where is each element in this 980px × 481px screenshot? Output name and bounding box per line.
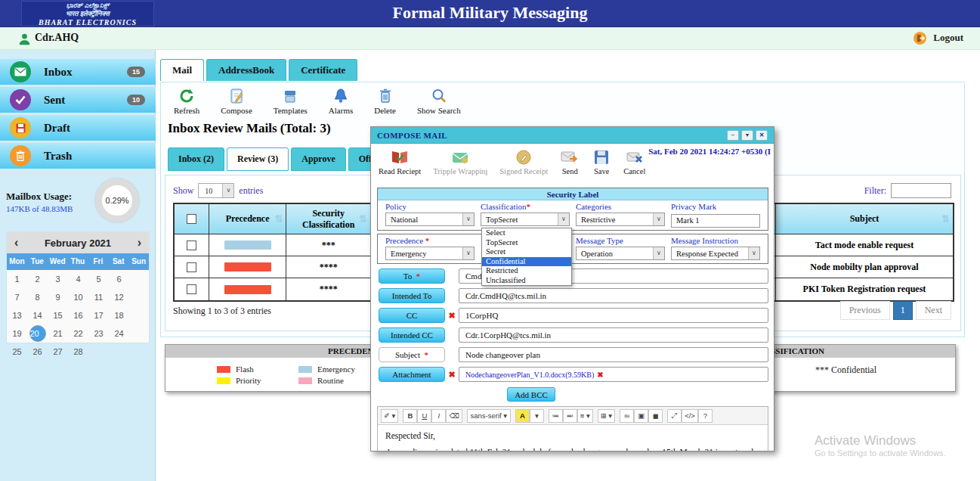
- intended-cc-input[interactable]: Cdr.1CorpHQ@tcs.mil.in: [459, 327, 768, 343]
- compose-button[interactable]: Compose: [221, 88, 252, 115]
- subject-cell[interactable]: PKI Token Registration request: [776, 278, 953, 300]
- intended-to-input[interactable]: Cdr.CmdHQ@tcs.mil.in: [459, 288, 768, 303]
- tab-addressbook[interactable]: AddressBook: [206, 59, 286, 81]
- font-color-icon[interactable]: A: [515, 409, 530, 423]
- cc-button[interactable]: CC: [379, 308, 445, 323]
- compose-mail-titlebar[interactable]: COMPOSE MAIL − ▾ ✕: [371, 127, 774, 144]
- close-icon[interactable]: ✕: [756, 130, 768, 141]
- sidebar-item-sent[interactable]: Sent 10: [0, 87, 156, 113]
- dropdown-option[interactable]: Select: [482, 228, 571, 238]
- dropdown-option[interactable]: Unclassified: [482, 276, 571, 286]
- sidebar-item-trash[interactable]: Trash: [0, 143, 156, 169]
- table-icon[interactable]: ⊞ ▾: [598, 409, 615, 423]
- remove-attachment-icon[interactable]: ✖: [445, 370, 459, 380]
- logout-button[interactable]: Logout: [913, 30, 963, 47]
- help-icon[interactable]: ?: [698, 409, 713, 423]
- precedence-select[interactable]: Emergency ∨: [385, 247, 475, 260]
- signed-receipt-button[interactable]: Signed Receipt: [499, 148, 548, 175]
- calendar-date[interactable]: 26: [27, 343, 48, 361]
- add-bcc-button[interactable]: Add BCC: [507, 387, 555, 402]
- current-page-button[interactable]: 1: [893, 301, 913, 320]
- calendar-date[interactable]: 2: [27, 270, 48, 288]
- calendar-date[interactable]: 6: [109, 270, 129, 288]
- font-family-select[interactable]: sans-serif ▾: [467, 409, 511, 423]
- message-instruction-select[interactable]: Response Expected ∨: [671, 247, 760, 260]
- subtab-approve[interactable]: Approve: [291, 147, 345, 171]
- code-view-icon[interactable]: </​>: [682, 409, 698, 423]
- calendar-date[interactable]: 12: [109, 288, 129, 306]
- col-security-classification[interactable]: Security Classification⇅: [286, 204, 371, 234]
- entries-per-page-select[interactable]: 10 ∨: [198, 183, 234, 198]
- color-dropdown-icon[interactable]: ▾: [530, 409, 544, 423]
- subtab-review[interactable]: Review (3): [227, 147, 289, 171]
- calendar-date[interactable]: 1: [7, 270, 27, 288]
- clear-format-icon[interactable]: ⌫: [446, 409, 462, 423]
- cc-input[interactable]: 1CorpHQ: [459, 308, 768, 323]
- calendar-date[interactable]: 3: [48, 270, 68, 288]
- dropdown-option[interactable]: TopSecret: [482, 238, 571, 248]
- filter-input[interactable]: [891, 183, 951, 198]
- row-checkbox[interactable]: [187, 284, 196, 294]
- previous-page-button[interactable]: Previous: [840, 301, 890, 320]
- fullscreen-icon[interactable]: ⤢: [667, 409, 682, 423]
- calendar-date[interactable]: 13: [7, 306, 27, 324]
- calendar-date[interactable]: 27: [48, 343, 68, 361]
- send-button[interactable]: Send: [560, 148, 580, 175]
- row-checkbox[interactable]: [187, 262, 196, 272]
- subject-input[interactable]: Node changeover plan: [459, 347, 768, 362]
- to-button[interactable]: To *: [379, 268, 445, 284]
- calendar-date[interactable]: 23: [88, 324, 109, 343]
- read-receipt-button[interactable]: Read Reciept: [379, 148, 421, 175]
- col-subject[interactable]: Subject⇅: [776, 204, 953, 234]
- classification-select[interactable]: TopSecret ∨: [481, 213, 570, 226]
- calendar-date[interactable]: 21: [48, 324, 68, 343]
- calendar-date[interactable]: 17: [88, 306, 109, 324]
- calendar-date[interactable]: 24: [109, 324, 129, 343]
- subtab-inbox[interactable]: Inbox (2): [168, 147, 224, 171]
- row-checkbox[interactable]: [187, 240, 196, 250]
- intended-cc-button[interactable]: Intended CC: [379, 327, 445, 343]
- attachment-field[interactable]: NodechangeoverPlan_V1.0.docx(9.59KB) ✖: [459, 367, 768, 382]
- restore-icon[interactable]: ▾: [741, 130, 753, 141]
- video-icon[interactable]: ◼: [648, 409, 663, 423]
- calendar-date[interactable]: 18: [109, 306, 129, 324]
- remove-file-icon[interactable]: ✖: [597, 371, 603, 379]
- calendar-date[interactable]: 15: [48, 306, 68, 324]
- remove-cc-icon[interactable]: ✖: [445, 311, 459, 321]
- unordered-list-icon[interactable]: ≔: [549, 409, 563, 423]
- message-type-select[interactable]: Operation ∨: [576, 247, 665, 260]
- delete-button[interactable]: Delete: [374, 88, 396, 115]
- italic-icon[interactable]: I: [431, 409, 446, 423]
- calendar-date[interactable]: 16: [68, 306, 88, 324]
- select-all-checkbox[interactable]: [187, 214, 196, 224]
- calendar-date[interactable]: 19: [7, 324, 27, 343]
- dropdown-option[interactable]: Restricted: [482, 266, 571, 276]
- show-search-button[interactable]: Show Search: [417, 88, 461, 115]
- categories-select[interactable]: Restrictive ∨: [576, 213, 665, 226]
- style-icon[interactable]: ✐ ▾: [381, 409, 398, 423]
- calendar-date[interactable]: 22: [68, 324, 88, 343]
- subject-cell[interactable]: Tact mode enable request: [776, 234, 953, 256]
- templates-button[interactable]: Templates: [274, 88, 308, 115]
- tab-mail[interactable]: Mail: [160, 59, 204, 81]
- calendar-date[interactable]: 11: [88, 288, 109, 306]
- attachment-button[interactable]: Attachment: [379, 367, 445, 382]
- calendar-date[interactable]: 14: [27, 306, 48, 324]
- tripple-wrapping-button[interactable]: Tripple Wrapping: [433, 148, 487, 175]
- image-icon[interactable]: ▣: [634, 409, 648, 423]
- refresh-button[interactable]: Refresh: [174, 88, 199, 115]
- calendar-date[interactable]: 8: [27, 288, 48, 306]
- subject-cell[interactable]: Node mobilty plan approval: [776, 256, 953, 278]
- next-page-button[interactable]: Next: [916, 301, 951, 320]
- col-precedence[interactable]: Precedence⇅: [209, 204, 287, 234]
- sort-icon[interactable]: ⇅: [275, 213, 283, 225]
- privacy-mark-input[interactable]: [671, 214, 760, 228]
- calendar-date[interactable]: 10: [68, 288, 88, 306]
- sidebar-item-inbox[interactable]: Inbox 15: [0, 59, 156, 85]
- underline-icon[interactable]: U: [417, 409, 431, 423]
- calendar-date[interactable]: 25: [7, 343, 27, 361]
- alarms-button[interactable]: Alarms: [329, 88, 353, 115]
- calendar-prev-button[interactable]: ‹: [14, 236, 18, 250]
- dropdown-option[interactable]: Secret: [482, 247, 571, 257]
- calendar-date-selected[interactable]: 20: [29, 325, 46, 342]
